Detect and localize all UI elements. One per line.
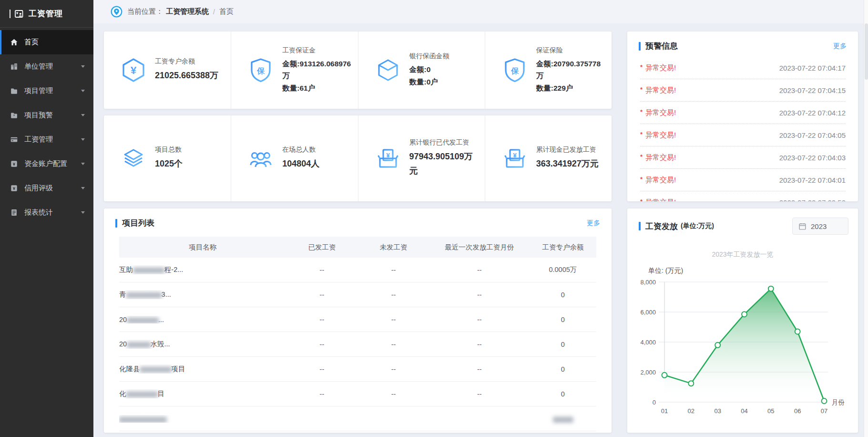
cash-icon: ¥ <box>501 145 528 172</box>
location-pin-icon <box>111 6 123 18</box>
col-header-unpaid-wages: 未发工资 <box>357 243 429 252</box>
chart-unit-label: 单位: (万元) <box>648 267 858 275</box>
svg-text:¥: ¥ <box>16 10 19 15</box>
wage-chart: 02,0004,0006,0008,00001020304050607月份 <box>627 276 858 425</box>
stat-value: 数量:0户 <box>409 76 449 88</box>
sidebar-item-label: 单位管理 <box>24 62 53 71</box>
stat-value: 1025个 <box>155 157 183 171</box>
panel-accent-bar <box>639 222 641 230</box>
stat-label: 累计现金已发放工资 <box>536 146 599 154</box>
sidebar-item-projects[interactable]: 项目管理 <box>0 79 93 103</box>
stat-label: 项目总数 <box>155 146 183 154</box>
alert-item: * 异常交易! 2023-07-22 07:04:01 <box>640 169 846 191</box>
alert-item: * 异常交易! 2023-07-22 07:03:50 <box>640 191 846 201</box>
sidebar-item-project-warning[interactable]: 项目预警 <box>0 103 93 127</box>
svg-text:05: 05 <box>767 407 774 415</box>
alert-item: * 异常交易! 2023-07-22 07:04:05 <box>640 124 846 146</box>
projects-table-header: 项目名称 已发工资 未发工资 最近一次发放工资月份 工资专户余额 <box>119 237 596 258</box>
alert-text: 异常交易! <box>645 153 676 162</box>
stat-label: 累计银行已代发工资 <box>409 138 480 147</box>
svg-text:¥: ¥ <box>513 152 517 159</box>
table-row[interactable]: 20▇▇▇▇▇▇水毁... -- -- -- 0 <box>119 332 596 357</box>
projects-more-link[interactable]: 更多 <box>587 219 600 228</box>
col-header-account-balance: 工资专户余额 <box>530 243 596 252</box>
alert-timestamp: 2023-07-22 07:04:15 <box>779 86 846 94</box>
stat-card-bank-guarantee: 银行保函金额 金额:0 数量:0户 <box>358 31 485 109</box>
stat-label: 银行保函金额 <box>409 52 449 61</box>
panel-title: 工资发放 <box>645 221 678 232</box>
alert-list: * 异常交易! 2023-07-22 07:04:17 * 异常交易! 2023… <box>627 56 858 201</box>
sidebar-item-label: 工资管理 <box>24 135 53 144</box>
table-row[interactable]: 化隆县▇▇▇▇▇▇▇▇项目 -- -- -- 0 <box>119 357 596 382</box>
alert-text: 异常交易! <box>645 86 676 95</box>
panel-title-unit: (单位:万元) <box>681 222 714 230</box>
layers-icon <box>120 145 147 172</box>
col-header-project-name: 项目名称 <box>119 243 286 252</box>
alerts-more-link[interactable]: 更多 <box>833 42 847 51</box>
report-icon <box>10 208 18 217</box>
chevron-down-icon <box>81 65 85 68</box>
table-row[interactable]: 青▇▇▇▇▇▇▇▇▇3... -- -- -- 0 <box>119 282 596 307</box>
app-title: 工资管理 <box>29 8 63 19</box>
table-row[interactable]: 20▇▇▇▇▇▇▇▇... -- -- -- 0 <box>119 307 596 332</box>
home-icon <box>10 38 18 46</box>
breadcrumb: 当前位置： 工资管理系统 / 首页 <box>93 0 868 23</box>
cube-icon <box>375 57 401 83</box>
sidebar-item-home[interactable]: 首页 <box>0 30 93 54</box>
panel-title: 项目列表 <box>122 218 154 229</box>
stat-value: 金额:913126.068976万 <box>282 58 353 82</box>
sidebar-item-label: 信用评级 <box>24 184 53 193</box>
svg-text:6,000: 6,000 <box>640 309 656 316</box>
bank-card-icon <box>10 135 18 144</box>
chart-title: 2023年工资发放一览 <box>627 250 858 259</box>
wage-distribution-panel: 工资发放 (单位:万元) 2023 2023年工资发放一览 <box>627 208 858 433</box>
stat-card-bank-paid-wages: ¥ 累计银行已代发工资 97943.905109万元 <box>358 115 485 201</box>
breadcrumb-label: 当前位置： <box>127 7 163 16</box>
sidebar-item-wages[interactable]: 工资管理 <box>0 127 93 152</box>
alert-text: 异常交易! <box>645 63 676 73</box>
redacted-text: ▇▇▇▇▇▇▇▇ <box>127 317 158 323</box>
stat-label: 工资专户余额 <box>155 57 218 66</box>
year-picker[interactable]: 2023 <box>792 218 848 235</box>
page-scrollbar-track[interactable] <box>864 0 868 437</box>
yen-hexagon-icon: ¥ <box>120 57 147 83</box>
svg-text:¥: ¥ <box>13 186 16 191</box>
svg-text:¥: ¥ <box>386 152 390 159</box>
panel-accent-bar <box>639 42 641 51</box>
col-header-paid-wages: 已发工资 <box>286 243 357 252</box>
calendar-icon <box>798 222 807 230</box>
svg-text:4,000: 4,000 <box>640 339 656 346</box>
svg-text:2,000: 2,000 <box>640 369 656 376</box>
chevron-down-icon <box>81 163 85 165</box>
redacted-text: ▇▇▇▇▇▇▇▇ <box>133 267 164 273</box>
table-row[interactable]: ▇▇▇▇▇▇▇▇▇▇▇▇ ▇▇▇▇▇ <box>119 406 596 431</box>
logo-accent-bar <box>10 10 10 18</box>
alert-text: 异常交易! <box>645 131 676 140</box>
redacted-text: ▇▇▇▇▇▇▇▇ <box>140 366 172 373</box>
sidebar-item-fund-accounts[interactable]: ¥ 资金账户配置 <box>0 152 93 176</box>
svg-text:03: 03 <box>714 407 721 415</box>
main-area: 当前位置： 工资管理系统 / 首页 ¥ <box>93 0 868 437</box>
svg-text:07: 07 <box>821 407 827 415</box>
redacted-text: ▇▇▇▇▇▇▇▇▇ <box>126 291 162 298</box>
sidebar-item-units[interactable]: 单位管理 <box>0 54 93 79</box>
alert-timestamp: 2023-07-22 07:04:17 <box>779 64 846 72</box>
shield-bao-icon: 保 <box>501 57 528 83</box>
alert-timestamp: 2023-07-22 07:04:01 <box>779 176 846 184</box>
svg-text:0: 0 <box>653 399 656 406</box>
alert-text: 异常交易! <box>645 108 676 117</box>
alert-text: 异常交易! <box>645 198 676 202</box>
sidebar-item-credit-rating[interactable]: ¥ 信用评级 <box>0 176 93 200</box>
stat-strip-top: ¥ 工资专户余额 21025.665388万 <box>104 31 612 109</box>
svg-text:月份: 月份 <box>832 399 845 406</box>
table-row[interactable]: 化▇▇▇▇▇▇▇▇目 -- -- -- 0 <box>119 382 596 406</box>
table-row[interactable]: 互助▇▇▇▇▇▇▇▇程-2... -- -- -- 0.0005万 <box>119 258 596 282</box>
sidebar-item-reports[interactable]: 报表统计 <box>0 200 93 225</box>
page-scrollbar-thumb[interactable] <box>865 23 868 80</box>
alert-timestamp: 2023-07-22 07:04:05 <box>779 131 846 139</box>
breadcrumb-root-link[interactable]: 工资管理系统 <box>166 7 209 16</box>
stat-card-cash-paid-wages: ¥ 累计现金已发放工资 363.341927万元 <box>485 115 612 201</box>
stat-value: 金额:20790.375778万 <box>536 58 607 82</box>
chevron-down-icon <box>81 211 85 214</box>
cash-icon: ¥ <box>375 145 401 172</box>
